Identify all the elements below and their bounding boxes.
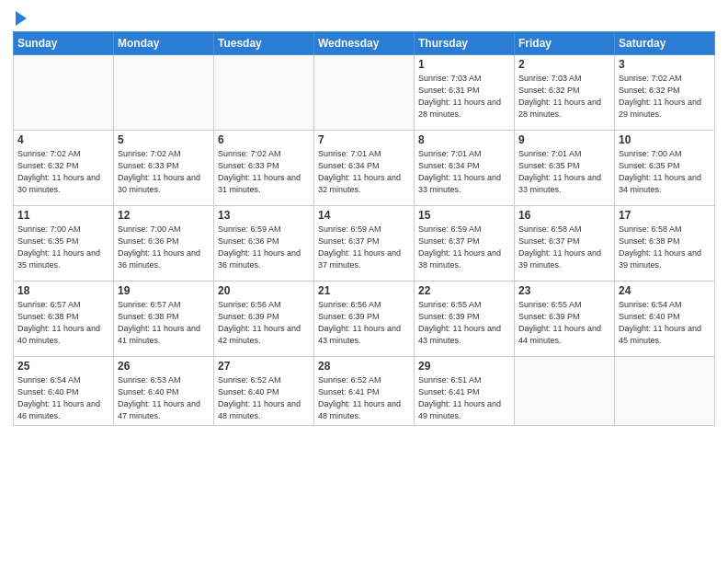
- calendar-cell: 21Sunrise: 6:56 AM Sunset: 6:39 PM Dayli…: [314, 282, 415, 357]
- calendar-cell: 12Sunrise: 7:00 AM Sunset: 6:36 PM Dayli…: [114, 206, 214, 282]
- day-info: Sunrise: 7:01 AM Sunset: 6:35 PM Dayligh…: [518, 148, 610, 196]
- calendar-cell: 20Sunrise: 6:56 AM Sunset: 6:39 PM Dayli…: [214, 282, 314, 357]
- day-number: 11: [17, 209, 109, 222]
- day-info: Sunrise: 6:54 AM Sunset: 6:40 PM Dayligh…: [17, 374, 109, 422]
- day-info: Sunrise: 6:55 AM Sunset: 6:39 PM Dayligh…: [518, 299, 610, 347]
- calendar-cell: 4Sunrise: 7:02 AM Sunset: 6:32 PM Daylig…: [14, 131, 114, 206]
- day-number: 15: [418, 209, 510, 222]
- weekday-tuesday: Tuesday: [214, 32, 314, 55]
- calendar-cell: 11Sunrise: 7:00 AM Sunset: 6:35 PM Dayli…: [14, 206, 114, 282]
- day-number: 29: [418, 360, 510, 373]
- calendar-cell: 22Sunrise: 6:55 AM Sunset: 6:39 PM Dayli…: [415, 282, 515, 357]
- calendar-cell: 1Sunrise: 7:03 AM Sunset: 6:31 PM Daylig…: [415, 55, 515, 131]
- header: [13, 9, 715, 26]
- day-number: 19: [118, 284, 210, 297]
- day-number: 16: [518, 209, 610, 222]
- day-info: Sunrise: 7:00 AM Sunset: 6:35 PM Dayligh…: [619, 148, 711, 196]
- calendar-cell: 10Sunrise: 7:00 AM Sunset: 6:35 PM Dayli…: [615, 131, 715, 206]
- day-info: Sunrise: 6:53 AM Sunset: 6:40 PM Dayligh…: [118, 374, 210, 422]
- day-number: 28: [318, 360, 410, 373]
- weekday-sunday: Sunday: [14, 32, 114, 55]
- day-number: 10: [619, 133, 711, 146]
- weekday-friday: Friday: [515, 32, 615, 55]
- day-number: 9: [518, 133, 610, 146]
- calendar-cell: 15Sunrise: 6:59 AM Sunset: 6:37 PM Dayli…: [415, 206, 515, 282]
- day-number: 3: [619, 58, 711, 71]
- day-number: 2: [518, 58, 610, 71]
- day-number: 27: [218, 360, 310, 373]
- calendar-cell: 28Sunrise: 6:52 AM Sunset: 6:41 PM Dayli…: [314, 357, 415, 426]
- calendar-cell: 26Sunrise: 6:53 AM Sunset: 6:40 PM Dayli…: [114, 357, 214, 426]
- calendar-cell: 2Sunrise: 7:03 AM Sunset: 6:32 PM Daylig…: [515, 55, 615, 131]
- day-number: 22: [418, 284, 510, 297]
- calendar-cell: 13Sunrise: 6:59 AM Sunset: 6:36 PM Dayli…: [214, 206, 314, 282]
- day-info: Sunrise: 7:03 AM Sunset: 6:32 PM Dayligh…: [518, 73, 610, 121]
- day-info: Sunrise: 6:52 AM Sunset: 6:40 PM Dayligh…: [218, 374, 310, 422]
- weekday-header-row: SundayMondayTuesdayWednesdayThursdayFrid…: [14, 32, 715, 55]
- day-number: 1: [418, 58, 510, 71]
- weekday-thursday: Thursday: [415, 32, 515, 55]
- calendar-cell: 24Sunrise: 6:54 AM Sunset: 6:40 PM Dayli…: [615, 282, 715, 357]
- day-info: Sunrise: 6:56 AM Sunset: 6:39 PM Dayligh…: [318, 299, 410, 347]
- day-number: 6: [218, 133, 310, 146]
- calendar-cell: 23Sunrise: 6:55 AM Sunset: 6:39 PM Dayli…: [515, 282, 615, 357]
- day-number: 25: [17, 360, 109, 373]
- day-number: 21: [318, 284, 410, 297]
- calendar-cell: 27Sunrise: 6:52 AM Sunset: 6:40 PM Dayli…: [214, 357, 314, 426]
- day-info: Sunrise: 6:55 AM Sunset: 6:39 PM Dayligh…: [418, 299, 510, 347]
- calendar-cell: [114, 55, 214, 131]
- calendar-cell: 17Sunrise: 6:58 AM Sunset: 6:38 PM Dayli…: [615, 206, 715, 282]
- day-info: Sunrise: 6:52 AM Sunset: 6:41 PM Dayligh…: [318, 374, 410, 422]
- day-info: Sunrise: 6:59 AM Sunset: 6:36 PM Dayligh…: [218, 224, 310, 271]
- day-info: Sunrise: 7:00 AM Sunset: 6:36 PM Dayligh…: [118, 224, 210, 271]
- day-info: Sunrise: 7:02 AM Sunset: 6:32 PM Dayligh…: [619, 73, 711, 121]
- day-number: 4: [17, 133, 109, 146]
- day-number: 12: [118, 209, 210, 222]
- day-number: 24: [619, 284, 711, 297]
- day-info: Sunrise: 6:58 AM Sunset: 6:37 PM Dayligh…: [518, 224, 610, 271]
- day-info: Sunrise: 7:02 AM Sunset: 6:32 PM Dayligh…: [17, 148, 109, 196]
- calendar-cell: 9Sunrise: 7:01 AM Sunset: 6:35 PM Daylig…: [515, 131, 615, 206]
- calendar-cell: 8Sunrise: 7:01 AM Sunset: 6:34 PM Daylig…: [415, 131, 515, 206]
- day-number: 20: [218, 284, 310, 297]
- day-number: 26: [118, 360, 210, 373]
- calendar-cell: 19Sunrise: 6:57 AM Sunset: 6:38 PM Dayli…: [114, 282, 214, 357]
- calendar-cell: [615, 357, 715, 426]
- day-info: Sunrise: 7:01 AM Sunset: 6:34 PM Dayligh…: [318, 148, 410, 196]
- day-info: Sunrise: 7:02 AM Sunset: 6:33 PM Dayligh…: [118, 148, 210, 196]
- day-info: Sunrise: 7:03 AM Sunset: 6:31 PM Dayligh…: [418, 73, 510, 121]
- logo: [13, 9, 27, 26]
- day-number: 14: [318, 209, 410, 222]
- day-info: Sunrise: 6:59 AM Sunset: 6:37 PM Dayligh…: [418, 224, 510, 271]
- calendar-cell: [14, 55, 114, 131]
- day-number: 18: [17, 284, 109, 297]
- day-info: Sunrise: 7:00 AM Sunset: 6:35 PM Dayligh…: [17, 224, 109, 271]
- day-info: Sunrise: 6:51 AM Sunset: 6:41 PM Dayligh…: [418, 374, 510, 422]
- calendar-cell: 18Sunrise: 6:57 AM Sunset: 6:38 PM Dayli…: [14, 282, 114, 357]
- day-info: Sunrise: 7:01 AM Sunset: 6:34 PM Dayligh…: [418, 148, 510, 196]
- day-info: Sunrise: 6:57 AM Sunset: 6:38 PM Dayligh…: [118, 299, 210, 347]
- page: SundayMondayTuesdayWednesdayThursdayFrid…: [0, 0, 728, 433]
- calendar-cell: 29Sunrise: 6:51 AM Sunset: 6:41 PM Dayli…: [415, 357, 515, 426]
- calendar-cell: [314, 55, 415, 131]
- calendar-cell: 7Sunrise: 7:01 AM Sunset: 6:34 PM Daylig…: [314, 131, 415, 206]
- day-info: Sunrise: 6:59 AM Sunset: 6:37 PM Dayligh…: [318, 224, 410, 271]
- weekday-monday: Monday: [114, 32, 214, 55]
- calendar-cell: [214, 55, 314, 131]
- calendar-cell: 6Sunrise: 7:02 AM Sunset: 6:33 PM Daylig…: [214, 131, 314, 206]
- calendar-cell: 5Sunrise: 7:02 AM Sunset: 6:33 PM Daylig…: [114, 131, 214, 206]
- day-number: 13: [218, 209, 310, 222]
- calendar-cell: 3Sunrise: 7:02 AM Sunset: 6:32 PM Daylig…: [615, 55, 715, 131]
- weekday-saturday: Saturday: [615, 32, 715, 55]
- day-info: Sunrise: 6:58 AM Sunset: 6:38 PM Dayligh…: [619, 224, 711, 271]
- calendar-cell: 16Sunrise: 6:58 AM Sunset: 6:37 PM Dayli…: [515, 206, 615, 282]
- day-info: Sunrise: 6:56 AM Sunset: 6:39 PM Dayligh…: [218, 299, 310, 347]
- day-info: Sunrise: 6:57 AM Sunset: 6:38 PM Dayligh…: [17, 299, 109, 347]
- day-info: Sunrise: 6:54 AM Sunset: 6:40 PM Dayligh…: [619, 299, 711, 347]
- logo-arrow-icon: [16, 11, 27, 26]
- calendar-cell: 25Sunrise: 6:54 AM Sunset: 6:40 PM Dayli…: [14, 357, 114, 426]
- calendar-cell: [515, 357, 615, 426]
- day-number: 23: [518, 284, 610, 297]
- day-number: 17: [619, 209, 711, 222]
- weekday-wednesday: Wednesday: [314, 32, 415, 55]
